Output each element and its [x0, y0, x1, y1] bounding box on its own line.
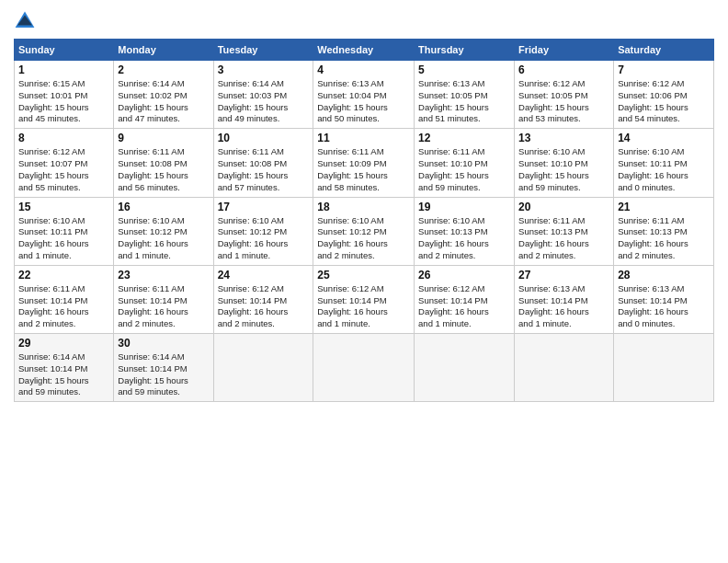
empty-cell [415, 334, 515, 402]
calendar-day-cell: 28 Sunrise: 6:13 AMSunset: 10:14 PMDayli… [614, 265, 714, 333]
day-info: Sunrise: 6:10 AMSunset: 10:13 PMDaylight… [418, 215, 510, 262]
day-info: Sunrise: 6:10 AMSunset: 10:12 PMDaylight… [218, 215, 310, 262]
calendar-day-cell: 19 Sunrise: 6:10 AMSunset: 10:13 PMDayli… [415, 197, 515, 265]
day-info: Sunrise: 6:10 AMSunset: 10:11 PMDaylight… [18, 215, 109, 262]
logo [14, 9, 40, 31]
day-info: Sunrise: 6:10 AMSunset: 10:11 PMDaylight… [618, 146, 710, 193]
day-info: Sunrise: 6:12 AMSunset: 10:06 PMDaylight… [618, 78, 710, 125]
day-number: 24 [218, 269, 310, 282]
day-number: 21 [618, 201, 710, 213]
calendar-week-row: 15 Sunrise: 6:10 AMSunset: 10:11 PMDayli… [15, 197, 714, 265]
calendar-day-cell: 12 Sunrise: 6:11 AMSunset: 10:10 PMDayli… [415, 129, 515, 197]
empty-cell [515, 334, 614, 402]
col-wednesday: Wednesday [313, 40, 415, 61]
day-number: 4 [317, 63, 410, 76]
day-info: Sunrise: 6:12 AMSunset: 10:14 PMDaylight… [218, 283, 310, 330]
day-number: 12 [418, 132, 510, 144]
day-info: Sunrise: 6:14 AMSunset: 10:02 PMDaylight… [118, 78, 209, 125]
calendar-day-cell: 4 Sunrise: 6:13 AMSunset: 10:04 PMDaylig… [313, 61, 415, 129]
calendar-day-cell: 8 Sunrise: 6:12 AMSunset: 10:07 PMDaylig… [15, 129, 114, 197]
day-number: 11 [317, 132, 410, 144]
calendar-header-row: Sunday Monday Tuesday Wednesday Thursday… [15, 40, 714, 61]
empty-cell [614, 334, 714, 402]
day-info: Sunrise: 6:12 AMSunset: 10:14 PMDaylight… [317, 283, 410, 330]
col-thursday: Thursday [415, 40, 515, 61]
col-sunday: Sunday [15, 40, 114, 61]
calendar-day-cell: 10 Sunrise: 6:11 AMSunset: 10:08 PMDayli… [213, 129, 313, 197]
day-number: 29 [18, 337, 109, 350]
calendar-week-row: 22 Sunrise: 6:11 AMSunset: 10:14 PMDayli… [15, 265, 714, 333]
day-info: Sunrise: 6:13 AMSunset: 10:04 PMDaylight… [317, 78, 410, 125]
day-number: 10 [218, 132, 310, 144]
calendar-day-cell: 5 Sunrise: 6:13 AMSunset: 10:05 PMDaylig… [415, 61, 515, 129]
calendar-day-cell: 25 Sunrise: 6:12 AMSunset: 10:14 PMDayli… [313, 265, 415, 333]
day-number: 5 [418, 63, 510, 76]
calendar-day-cell: 30 Sunrise: 6:14 AMSunset: 10:14 PMDayli… [114, 334, 213, 402]
day-number: 7 [618, 63, 710, 76]
calendar-day-cell: 27 Sunrise: 6:13 AMSunset: 10:14 PMDayli… [515, 265, 614, 333]
calendar-day-cell: 2 Sunrise: 6:14 AMSunset: 10:02 PMDaylig… [114, 61, 213, 129]
day-number: 8 [18, 132, 109, 144]
col-monday: Monday [114, 40, 213, 61]
day-info: Sunrise: 6:11 AMSunset: 10:10 PMDaylight… [418, 146, 510, 193]
header [14, 9, 714, 31]
day-number: 27 [518, 269, 609, 282]
calendar-week-row: 8 Sunrise: 6:12 AMSunset: 10:07 PMDaylig… [15, 129, 714, 197]
day-number: 20 [518, 201, 609, 213]
day-info: Sunrise: 6:14 AMSunset: 10:14 PMDaylight… [118, 351, 209, 398]
day-info: Sunrise: 6:12 AMSunset: 10:14 PMDaylight… [418, 283, 510, 330]
day-info: Sunrise: 6:11 AMSunset: 10:13 PMDaylight… [518, 215, 609, 262]
calendar-day-cell: 21 Sunrise: 6:11 AMSunset: 10:13 PMDayli… [614, 197, 714, 265]
logo-icon [14, 9, 36, 31]
calendar-day-cell: 14 Sunrise: 6:10 AMSunset: 10:11 PMDayli… [614, 129, 714, 197]
day-number: 3 [218, 63, 310, 76]
day-number: 22 [18, 269, 109, 282]
calendar-day-cell: 7 Sunrise: 6:12 AMSunset: 10:06 PMDaylig… [614, 61, 714, 129]
day-number: 15 [18, 201, 109, 213]
day-info: Sunrise: 6:11 AMSunset: 10:14 PMDaylight… [118, 283, 209, 330]
day-info: Sunrise: 6:13 AMSunset: 10:14 PMDaylight… [618, 283, 710, 330]
day-number: 26 [418, 269, 510, 282]
calendar-day-cell: 20 Sunrise: 6:11 AMSunset: 10:13 PMDayli… [515, 197, 614, 265]
day-info: Sunrise: 6:11 AMSunset: 10:13 PMDaylight… [618, 215, 710, 262]
day-info: Sunrise: 6:11 AMSunset: 10:08 PMDaylight… [218, 146, 310, 193]
calendar-week-row: 1 Sunrise: 6:15 AMSunset: 10:01 PMDaylig… [15, 61, 714, 129]
calendar-day-cell: 3 Sunrise: 6:14 AMSunset: 10:03 PMDaylig… [213, 61, 313, 129]
day-number: 17 [218, 201, 310, 213]
day-number: 23 [118, 269, 209, 282]
day-info: Sunrise: 6:12 AMSunset: 10:07 PMDaylight… [18, 146, 109, 193]
calendar-day-cell: 18 Sunrise: 6:10 AMSunset: 10:12 PMDayli… [313, 197, 415, 265]
calendar-day-cell: 9 Sunrise: 6:11 AMSunset: 10:08 PMDaylig… [114, 129, 213, 197]
day-info: Sunrise: 6:15 AMSunset: 10:01 PMDaylight… [18, 78, 109, 125]
calendar-table: Sunday Monday Tuesday Wednesday Thursday… [14, 39, 714, 402]
day-number: 18 [317, 201, 410, 213]
page: Sunday Monday Tuesday Wednesday Thursday… [0, 0, 728, 563]
day-info: Sunrise: 6:12 AMSunset: 10:05 PMDaylight… [518, 78, 609, 125]
calendar-week-row: 29 Sunrise: 6:14 AMSunset: 10:14 PMDayli… [15, 334, 714, 402]
day-number: 30 [118, 337, 209, 350]
day-number: 2 [118, 63, 209, 76]
calendar-day-cell: 13 Sunrise: 6:10 AMSunset: 10:10 PMDayli… [515, 129, 614, 197]
day-info: Sunrise: 6:10 AMSunset: 10:12 PMDaylight… [317, 215, 410, 262]
calendar-day-cell: 15 Sunrise: 6:10 AMSunset: 10:11 PMDayli… [15, 197, 114, 265]
calendar-day-cell: 22 Sunrise: 6:11 AMSunset: 10:14 PMDayli… [15, 265, 114, 333]
col-tuesday: Tuesday [213, 40, 313, 61]
calendar-day-cell: 6 Sunrise: 6:12 AMSunset: 10:05 PMDaylig… [515, 61, 614, 129]
day-info: Sunrise: 6:14 AMSunset: 10:14 PMDaylight… [18, 351, 109, 398]
day-number: 14 [618, 132, 710, 144]
day-info: Sunrise: 6:13 AMSunset: 10:05 PMDaylight… [418, 78, 510, 125]
calendar-day-cell: 16 Sunrise: 6:10 AMSunset: 10:12 PMDayli… [114, 197, 213, 265]
empty-cell [313, 334, 415, 402]
day-number: 25 [317, 269, 410, 282]
day-info: Sunrise: 6:10 AMSunset: 10:10 PMDaylight… [518, 146, 609, 193]
day-number: 28 [618, 269, 710, 282]
day-info: Sunrise: 6:11 AMSunset: 10:08 PMDaylight… [118, 146, 209, 193]
day-number: 1 [18, 63, 109, 76]
day-number: 9 [118, 132, 209, 144]
col-friday: Friday [515, 40, 614, 61]
empty-cell [213, 334, 313, 402]
calendar-day-cell: 29 Sunrise: 6:14 AMSunset: 10:14 PMDayli… [15, 334, 114, 402]
calendar-day-cell: 26 Sunrise: 6:12 AMSunset: 10:14 PMDayli… [415, 265, 515, 333]
day-number: 6 [518, 63, 609, 76]
calendar-day-cell: 17 Sunrise: 6:10 AMSunset: 10:12 PMDayli… [213, 197, 313, 265]
